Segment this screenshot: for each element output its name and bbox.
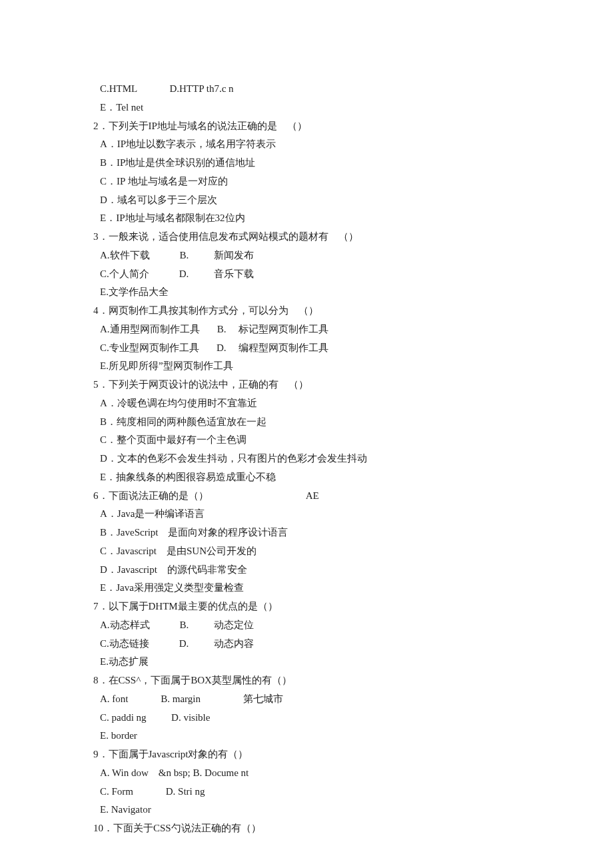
text-line: C.动态链接 D. 动态内容 xyxy=(93,635,520,653)
text-line: A.动态样式 B. 动态定位 xyxy=(93,616,520,635)
text-line: C.专业型网页制作工具 D. 编程型网页制作工具 xyxy=(93,339,520,358)
document-page: C.HTML D.HTTP th7.c nE．Tel net2．下列关于IP地址… xyxy=(0,0,613,868)
text-line: A. font B. margin 第七城市 xyxy=(93,690,520,709)
text-line: C.HTML D.HTTP th7.c n xyxy=(93,80,520,99)
text-line: E.所见即所得”型网页制作工具 xyxy=(93,357,520,376)
text-line: 7．以下属于DHTM最主要的优点的是（） xyxy=(93,598,520,616)
text-line: 6．下面说法正确的是（） AE xyxy=(93,487,520,506)
text-line: 4．网页制作工具按其制作方式分，可以分为 （） xyxy=(93,302,520,320)
text-line: 8．在CSS^，下面属于BOX莫型属性的有（） xyxy=(93,671,520,690)
text-line: A.通用型网而制作工具 B. 标记型网页制作工具 xyxy=(93,320,520,339)
text-line: 5．下列关于网页设计的说法中，正确的有 （） xyxy=(93,376,520,394)
text-line: B．纯度相同的两种颜色适宜放在一起 xyxy=(93,413,520,432)
text-line: C．Javascript 是由SUN公司开发的 xyxy=(93,542,520,561)
text-line: C. Form D. Stri ng xyxy=(93,783,520,801)
text-line: E. Navigator xyxy=(93,801,520,819)
text-line: E．Tel net xyxy=(93,99,520,117)
text-line: B．JaveScript 是面向对象的程序设计语言 xyxy=(93,524,520,542)
text-line: C．整个页面中最好有一个主色调 xyxy=(93,431,520,450)
text-line: E.文学作品大全 xyxy=(93,283,520,302)
text-line: A．冷暖色调在均匀使用时不宜靠近 xyxy=(93,394,520,413)
text-line: E．抽象线条的构图很容易造成重心不稳 xyxy=(93,468,520,487)
text-line: C.个人简介 D. 音乐下载 xyxy=(93,265,520,284)
text-line: 2．下列关于IP地址与域名的说法正确的是 （） xyxy=(93,117,520,136)
text-line: D．文本的色彩不会发生抖动，只有图片的色彩才会发生抖动 xyxy=(93,450,520,468)
text-line: A.软件下载 B. 新闻发布 xyxy=(93,246,520,265)
text-line: 10．下面关于CSS勺说法正确的有（） xyxy=(93,819,520,838)
text-line: E．Java采用强定义类型变量检查 xyxy=(93,579,520,598)
text-line: B．IP地址是供全球识别的通信地址 xyxy=(93,154,520,173)
text-line: C. paddi ng D. visible xyxy=(93,709,520,727)
content-block: C.HTML D.HTTP th7.c nE．Tel net2．下列关于IP地址… xyxy=(93,80,520,838)
text-line: E. border xyxy=(93,727,520,745)
text-line: E.动态扩展 xyxy=(93,653,520,671)
text-line: 3．一般来说，适合使用信息发布式网站模式的题材有 （） xyxy=(93,228,520,246)
text-line: A．Java是一种编译语言 xyxy=(93,505,520,524)
text-line: E．IP地址与域名都限制在32位内 xyxy=(93,209,520,228)
text-line: A. Win dow &n bsp; B. Docume nt xyxy=(93,764,520,783)
text-line: C．IP 地址与域名是一对应的 xyxy=(93,173,520,191)
text-line: 9．下面属于Javascript对象的有（） xyxy=(93,745,520,764)
text-line: D．域名可以多于三个层次 xyxy=(93,191,520,210)
text-line: D．Javascript 的源代码非常安全 xyxy=(93,561,520,580)
text-line: A．IP地址以数字表示，域名用字符表示 xyxy=(93,135,520,154)
